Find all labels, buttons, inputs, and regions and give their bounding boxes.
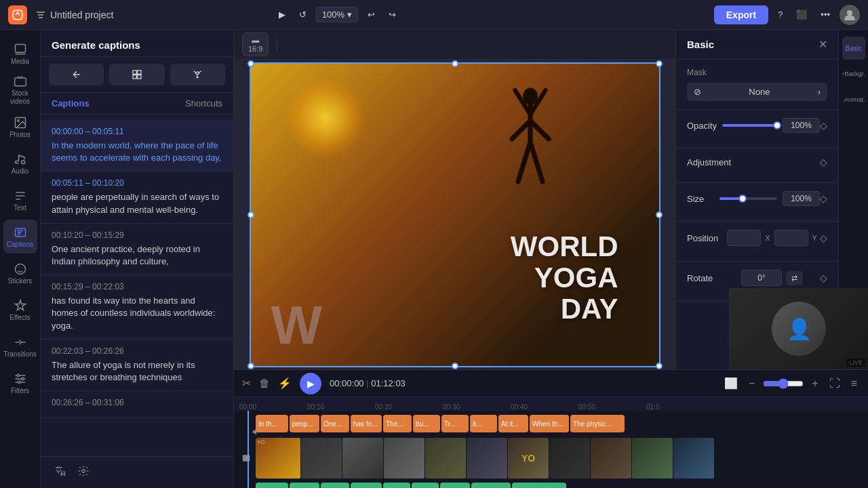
handle-bottom-left[interactable] xyxy=(248,363,254,369)
pos-y-label: Y xyxy=(812,234,817,242)
chip-g-6[interactable]: At it... xyxy=(440,483,470,488)
share-button[interactable]: ⬛ xyxy=(792,7,811,22)
sidebar-item-audio[interactable]: Audio xyxy=(3,146,37,180)
zoom-control[interactable]: 100% ▾ xyxy=(316,7,358,22)
chip-g-2[interactable]: One... xyxy=(321,483,349,488)
rotate-value-input[interactable] xyxy=(741,270,782,286)
caption-tool-auto[interactable] xyxy=(170,64,225,85)
loop-button[interactable]: ↺ xyxy=(295,7,311,22)
size-slider-container xyxy=(719,191,820,206)
caption-tool-layout[interactable] xyxy=(109,64,164,85)
sidebar-item-captions[interactable]: Captions xyxy=(3,220,37,253)
caption-settings-button[interactable] xyxy=(75,462,92,483)
more-button[interactable]: ••• xyxy=(816,7,834,22)
right-panel-close-button[interactable]: ✕ xyxy=(818,38,827,51)
opacity-value-input[interactable] xyxy=(783,118,820,133)
chip-o-9[interactable]: When th... xyxy=(530,415,569,432)
sidebar-item-filters[interactable]: Filters xyxy=(3,366,37,400)
opacity-slider[interactable] xyxy=(722,124,777,127)
play-button[interactable]: ▶ xyxy=(275,7,290,22)
sidebar-item-stickers[interactable]: Stickers xyxy=(3,256,37,290)
handle-top-left[interactable] xyxy=(248,60,254,67)
strip-basic-button[interactable]: Basic xyxy=(842,37,865,60)
caption-item-5[interactable]: 00:26:26 – 00:31:06 xyxy=(41,391,233,418)
handle-bottom-right[interactable] xyxy=(656,363,663,369)
sidebar-item-text[interactable]: Text xyxy=(3,183,37,217)
handle-top-mid[interactable] xyxy=(452,60,458,67)
chip-g-5[interactable]: bu... xyxy=(412,483,439,488)
sidebar-item-stock-videos[interactable]: Stockvideos xyxy=(3,73,37,107)
handle-mid-right[interactable] xyxy=(656,211,663,218)
chip-g-7[interactable]: When th... xyxy=(471,483,511,488)
caption-translate-button[interactable] xyxy=(52,462,69,483)
tl-settings-button[interactable]: ≡ xyxy=(848,375,860,392)
volume-icon[interactable] xyxy=(252,427,261,439)
tl-zoom-out-button[interactable]: − xyxy=(746,375,757,392)
handle-bottom-mid[interactable] xyxy=(452,363,458,369)
sidebar-item-effects[interactable]: Effects xyxy=(3,293,37,327)
left-panel-title: Generate captions xyxy=(41,30,233,57)
playhead[interactable] xyxy=(248,411,249,488)
position-keyframe-button[interactable]: ◇ xyxy=(820,232,827,243)
position-x-input[interactable]: 0 xyxy=(727,230,761,246)
chip-o-3[interactable]: has fo... xyxy=(351,415,382,432)
right-panel-title: Basic xyxy=(687,39,714,50)
redo-button[interactable]: ↪ xyxy=(384,7,400,22)
caption-tool-back[interactable] xyxy=(49,64,104,85)
tab-captions[interactable]: Captions xyxy=(52,98,90,108)
mask-selector[interactable]: ⊘ None › xyxy=(687,83,827,101)
canvas-frame[interactable]: W WORLD YOGA DAY xyxy=(250,62,660,367)
size-slider[interactable] xyxy=(719,197,777,200)
adjustment-keyframe-button[interactable]: ◇ xyxy=(820,157,827,167)
sidebar-icons: Media Stockvideos Photos Audio Text Capt… xyxy=(0,30,41,488)
tl-cut-button[interactable]: ✂ xyxy=(242,377,251,390)
strip-animation-button[interactable]: Animat. xyxy=(842,88,865,111)
chip-o-2[interactable]: One... xyxy=(321,415,349,432)
handle-top-right[interactable] xyxy=(656,60,663,67)
help-button[interactable]: ? xyxy=(774,7,787,22)
tl-split-button[interactable]: ⚡ xyxy=(278,377,292,390)
track-captions-green: In th... peop... One... has fo... Th... … xyxy=(239,481,863,488)
chip-o-1[interactable]: peop... xyxy=(290,415,319,432)
rotate-flip-button[interactable]: ⇄ xyxy=(786,271,803,285)
export-button[interactable]: Export xyxy=(714,5,768,24)
sidebar-item-media[interactable]: Media xyxy=(3,37,37,70)
svg-point-8 xyxy=(17,374,19,376)
tl-fullscreen-button[interactable]: ⛶ xyxy=(827,375,843,392)
position-section: Position 0 X 0 Y ◇ xyxy=(676,222,838,262)
chip-g-3[interactable]: has fo... xyxy=(351,483,382,488)
handle-mid-left[interactable] xyxy=(248,211,254,218)
tl-zoom-slider[interactable] xyxy=(763,378,804,389)
caption-item-2[interactable]: 00:10:20 – 00:15:29 One ancient practice… xyxy=(41,224,233,275)
chip-g-0[interactable]: In th... xyxy=(256,483,288,488)
chip-g-8[interactable]: The physic... xyxy=(512,483,566,488)
caption-item-0[interactable]: 00:00:00 – 00:05:11 In the modern world,… xyxy=(41,120,233,171)
position-y-input[interactable]: 0 xyxy=(774,230,808,246)
caption-item-1[interactable]: 00:05:11 – 00:10:20 people are perpetual… xyxy=(41,171,233,223)
chip-o-6[interactable]: Tr... xyxy=(441,415,469,432)
rotate-keyframe-button[interactable]: ◇ xyxy=(820,272,827,283)
chip-o-4[interactable]: The... xyxy=(383,415,412,432)
caption-item-3[interactable]: 00:15:29 – 00:22:03 has found its way in… xyxy=(41,275,233,340)
chip-o-7[interactable]: it... xyxy=(470,415,497,432)
size-keyframe-button[interactable]: ◇ xyxy=(820,193,827,204)
undo-button[interactable]: ↩ xyxy=(363,7,379,22)
strip-background-button[interactable]: Backgr. xyxy=(842,62,865,85)
chip-o-10[interactable]: The physic... xyxy=(570,415,625,432)
opacity-keyframe-button[interactable]: ◇ xyxy=(820,120,827,131)
sidebar-item-transitions[interactable]: Transitions xyxy=(3,329,37,363)
caption-item-4[interactable]: 00:22:03 – 00:26:26 The allure of yoga i… xyxy=(41,340,233,391)
chip-g-4[interactable]: Th... xyxy=(383,483,410,488)
size-value-input[interactable] xyxy=(783,191,820,206)
user-avatar[interactable] xyxy=(840,5,860,25)
chip-g-1[interactable]: peop... xyxy=(290,483,319,488)
tab-shortcuts[interactable]: Shortcuts xyxy=(185,98,222,108)
tl-play-button[interactable]: ▶ xyxy=(300,373,321,394)
tl-zoom-in-button[interactable]: + xyxy=(809,375,821,392)
tl-fit-button[interactable]: ⬜ xyxy=(722,374,741,392)
rotate-inputs: ⇄ xyxy=(741,270,803,286)
sidebar-item-photos[interactable]: Photos xyxy=(3,110,37,144)
tl-delete-button[interactable]: 🗑 xyxy=(259,378,270,390)
chip-o-5[interactable]: bu... xyxy=(413,415,440,432)
chip-o-8[interactable]: At it... xyxy=(498,415,528,432)
